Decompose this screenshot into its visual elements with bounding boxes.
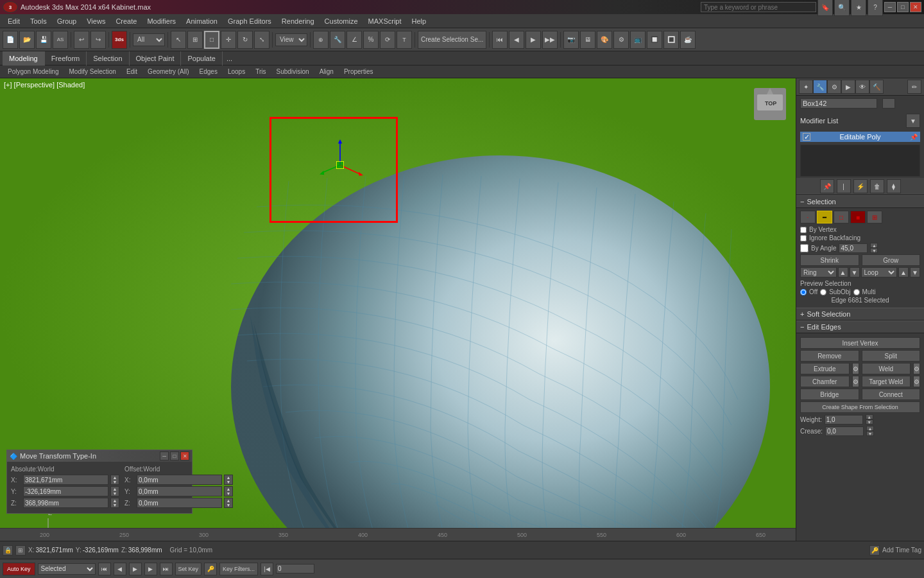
loop-spinner-down[interactable]: ▼ [910, 267, 920, 277]
subtab-edit[interactable]: Edit [121, 66, 142, 78]
section-edit-edges-header[interactable]: − Edit Edges [796, 320, 924, 333]
setkey-button[interactable]: Set Key [175, 563, 202, 575]
modifier-pin-icon[interactable]: 📌 [910, 134, 918, 141]
menu-create[interactable]: Create [110, 16, 142, 26]
rp-hierarchy-icon[interactable]: ⚙ [827, 80, 841, 94]
open-button[interactable]: 📂 [19, 31, 35, 49]
tab-object-paint[interactable]: Object Paint [130, 51, 182, 66]
rp-extra-icon[interactable]: ✏ [907, 80, 921, 94]
float-y-abs-input[interactable] [23, 486, 108, 496]
ring-spinner-up[interactable]: ▲ [838, 267, 848, 277]
subtab-subdivision[interactable]: Subdivision [271, 66, 314, 78]
render3[interactable]: 📺 [630, 31, 646, 49]
chamfer-button[interactable]: Chamfer [800, 376, 850, 387]
tab-populate[interactable]: Populate [181, 51, 222, 66]
menu-help[interactable]: Help [407, 16, 432, 26]
menu-modifiers[interactable]: Modifiers [142, 16, 181, 26]
tab-freeform[interactable]: Freeform [45, 51, 87, 66]
maximize-button[interactable]: □ [897, 2, 909, 12]
modifier-list-dropdown[interactable]: ▼ [906, 114, 920, 128]
rp-delete-mod-icon[interactable]: 🗑 [870, 179, 884, 193]
by-angle-spinner[interactable]: ▲ ▼ [870, 243, 878, 253]
save-button[interactable]: 💾 [36, 31, 51, 49]
render4[interactable]: 🔲 [647, 31, 662, 49]
float-y-abs-spinner[interactable]: ▲ ▼ [110, 486, 119, 496]
percent-snap[interactable]: % [363, 31, 379, 49]
scale-tool[interactable]: ⤡ [254, 31, 270, 49]
create-shape-button[interactable]: Create Shape From Selection [800, 401, 920, 413]
float-z-abs-spinner[interactable]: ▲ ▼ [110, 498, 119, 508]
remove-button[interactable]: Remove [800, 350, 859, 362]
search-input[interactable] [701, 2, 816, 12]
sel-polygon-icon[interactable]: ■ [850, 211, 866, 223]
mat-editor[interactable]: 🎨 [597, 31, 612, 49]
tab-modeling[interactable]: Modeling [3, 51, 45, 66]
undo-button[interactable]: ↩ [74, 31, 89, 49]
render-btn[interactable]: 📷 [563, 31, 579, 49]
grid-icon[interactable]: ⊞ [15, 545, 26, 556]
next-frame-btn[interactable]: ⏭ [160, 563, 173, 575]
float-maximize[interactable]: □ [170, 451, 179, 460]
rp-modify-icon[interactable]: 🔧 [813, 80, 827, 94]
sel-border-icon[interactable]: □ [834, 211, 849, 223]
menu-group[interactable]: Group [52, 16, 82, 26]
star-icon[interactable]: ★ [851, 0, 866, 16]
rect-select[interactable]: □ [204, 31, 219, 49]
crease-spinner[interactable]: ▲ ▼ [866, 426, 874, 436]
view-select[interactable]: View [275, 33, 307, 46]
loop-select[interactable]: Loop [861, 267, 898, 277]
preview-off-radio[interactable] [800, 289, 807, 295]
rp-display-icon[interactable]: 👁 [855, 80, 869, 94]
bookmark-icon[interactable]: 🔖 [817, 0, 833, 16]
menu-customize[interactable]: Customize [320, 16, 363, 26]
play-prev[interactable]: ◀ [509, 31, 524, 49]
select-tool[interactable]: ↖ [171, 31, 186, 49]
float-minimize[interactable]: ─ [160, 451, 169, 460]
subtab-geometry[interactable]: Geometry (All) [142, 66, 194, 78]
chamfer-settings[interactable]: ⚙ [852, 376, 859, 387]
sel-edge-icon[interactable]: ━ [817, 211, 832, 223]
ring-spinner-down[interactable]: ▼ [850, 267, 860, 277]
snap-btn[interactable]: 🔧 [330, 31, 345, 49]
new-button[interactable]: 📄 [3, 31, 18, 49]
next-key-btn[interactable]: ▶ [144, 563, 157, 575]
move-tool[interactable]: ✛ [221, 31, 236, 49]
connect-button[interactable]: Connect [862, 389, 921, 400]
float-x-off-input[interactable] [137, 475, 222, 485]
grow-button[interactable]: Grow [862, 254, 921, 266]
render2-btn[interactable]: 🖥 [580, 31, 595, 49]
select-region[interactable]: ⊞ [187, 31, 203, 49]
target-weld-settings[interactable]: ⚙ [913, 376, 920, 387]
rp-pin-stack-icon[interactable]: 📌 [820, 179, 834, 193]
play-next[interactable]: ▶▶ [542, 31, 558, 49]
play-btn[interactable]: ▶ [526, 31, 541, 49]
target-weld-button[interactable]: Target Weld [862, 376, 911, 387]
search-icon[interactable]: 🔍 [834, 0, 850, 16]
subtab-loops[interactable]: Loops [223, 66, 250, 78]
rp-create-icon[interactable]: ✦ [799, 80, 813, 94]
ignore-backfacing-checkbox[interactable] [800, 235, 807, 241]
rotate-tool[interactable]: ↻ [237, 31, 253, 49]
ring-select[interactable]: Ring [800, 267, 837, 277]
crease-input[interactable] [825, 426, 864, 436]
play-back[interactable]: ⏮ [492, 31, 508, 49]
weight-input[interactable] [825, 415, 863, 425]
float-y-off-spinner[interactable]: ▲ ▼ [224, 486, 233, 496]
subtab-modify-selection[interactable]: Modify Selection [64, 66, 121, 78]
float-y-off-input[interactable] [137, 486, 222, 496]
3ds-icon[interactable]: 3ds [112, 31, 127, 49]
save-as-button[interactable]: AS [53, 31, 68, 49]
float-x-abs-spinner[interactable]: ▲ ▼ [110, 475, 119, 485]
filter-select[interactable]: All [133, 33, 165, 46]
menu-tools[interactable]: Tools [25, 16, 52, 26]
key-icon2[interactable]: 🔑 [204, 563, 217, 575]
preview-subobj-radio[interactable] [820, 289, 826, 295]
key-icon[interactable]: 🔑 [869, 545, 880, 556]
modifier-checkbox[interactable]: ✓ [803, 133, 810, 141]
loop-spinner-up[interactable]: ▲ [898, 267, 909, 277]
sel-element-icon[interactable]: ⊞ [867, 211, 882, 223]
key-filters-button[interactable]: Key Filters... [219, 563, 258, 575]
subtab-edges[interactable]: Edges [194, 66, 223, 78]
time-start[interactable]: |◀ [261, 563, 273, 575]
insert-vertex-button[interactable]: Insert Vertex [800, 337, 920, 349]
